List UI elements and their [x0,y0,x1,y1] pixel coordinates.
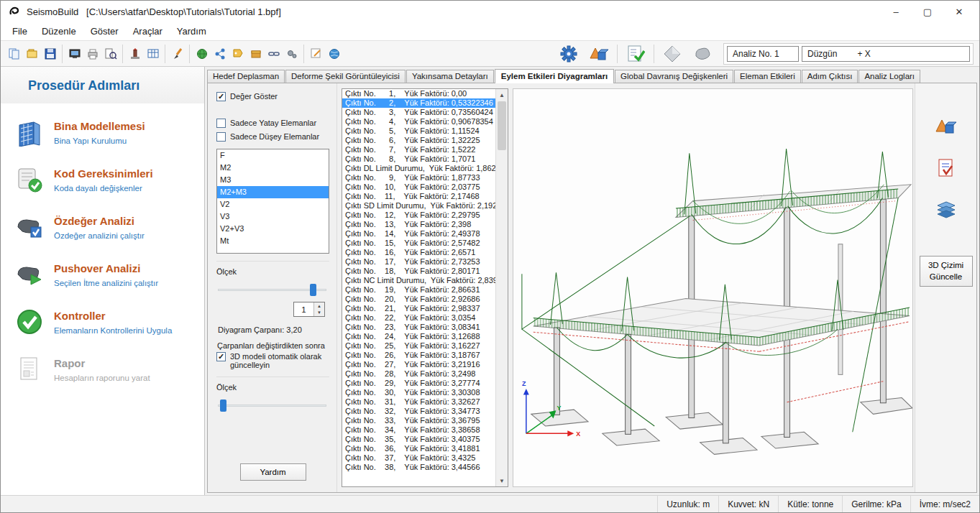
tab-7[interactable]: Analiz Logları [858,70,920,83]
tab-4[interactable]: Global Davranış Değişkenleri [615,70,733,83]
list-item[interactable]: Çıktı No. 22, Yük Faktörü: 3,0354 [342,313,495,323]
sidebar-item-building-modelling[interactable]: Bina ModellemesiBina Yapı Kurulumu [1,111,204,154]
globe-green-icon[interactable] [193,45,211,63]
diagram-type-option[interactable]: V3 [217,211,329,223]
sidebar-item-checks[interactable]: KontrollerElemanların Kontrollerini Uygu… [1,300,204,343]
close-button[interactable]: ✕ [943,1,975,22]
list-item[interactable]: Çıktı No. 4, Yük Faktörü: 0,90678354 [342,117,495,126]
table-icon[interactable] [144,45,162,63]
tab-3[interactable]: Eylem Etkileri Diyagramları [495,69,614,83]
model-3d-icon[interactable] [931,112,961,141]
list-item[interactable]: Çıktı No. 18, Yük Faktörü: 2,80171 [342,267,495,276]
list-item[interactable]: Çıktı No. 17, Yük Faktörü: 2,73253 [342,257,495,267]
stepper-up-icon[interactable]: ▲ [314,302,324,310]
list-item[interactable]: Çıktı No. 35, Yük Faktörü: 3,40375 [342,435,495,444]
scroll-thumb[interactable] [498,101,506,150]
list-item[interactable]: Çıktı No. 32, Yük Faktörü: 3,34773 [342,407,495,416]
diagram-type-option[interactable]: F [217,149,329,162]
list-item[interactable]: Çıktı No. 16, Yük Faktörü: 2,6571 [342,248,495,257]
list-item[interactable]: Çıktı No. 1, Yük Faktörü: 0,00 [342,89,495,98]
list-item[interactable]: Çıktı No. 25, Yük Faktörü: 3,16227 [342,341,495,351]
building-tool-icon[interactable] [126,45,144,63]
list-item[interactable]: Çıktı No. 20, Yük Faktörü: 2,92686 [342,295,495,304]
tab-6[interactable]: Adım Çıktısı [802,70,858,83]
diagram-type-option[interactable]: V2 [217,198,329,211]
load-pattern-selector[interactable]: Düzgün + X [802,46,970,62]
list-item[interactable]: Çıktı No. 6, Yük Faktörü: 1,32225 [342,136,495,145]
stepper-down-icon[interactable]: ▼ [314,310,324,317]
tag-icon[interactable] [229,45,247,63]
only-vertical-checkbox[interactable]: ✓ [216,132,226,142]
list-item[interactable]: Çıktı No. 34, Yük Faktörü: 3,38658 [342,425,495,435]
diagram-type-option[interactable]: M2+M3 [217,186,329,198]
layers-icon[interactable] [931,195,961,224]
diagram-type-option[interactable]: M2 [217,162,329,174]
brush-icon[interactable] [168,45,186,63]
print-preview-icon[interactable] [101,45,119,63]
diagram-type-list[interactable]: FM2M3M2+M3V2V3V2+V3Mt [216,149,329,254]
minimize-button[interactable]: – [880,1,912,22]
scroll-up-icon[interactable]: ▲ [496,89,508,101]
list-item[interactable]: Çıktı No. 24, Yük Faktörü: 3,12688 [342,332,495,341]
report-view-icon[interactable] [65,45,83,63]
auto-update-checkbox[interactable]: ✓ [216,352,226,361]
tab-1[interactable]: Deforme Şekil Görüntüleyicisi [285,70,406,83]
file-open-icon[interactable] [23,45,41,63]
show-values-checkbox[interactable]: ✓ [216,92,226,101]
list-item[interactable]: Çıktı No. 3, Yük Faktörü: 0,73560424 [342,108,495,117]
share-icon[interactable] [211,45,229,63]
deformation-scale-slider[interactable] [218,399,326,412]
link-icon[interactable] [265,45,283,63]
sidebar-item-pushover-analysis[interactable]: Pushover AnaliziSeçilen İtme analizini ç… [1,253,204,296]
edit-icon[interactable] [307,45,325,63]
list-item[interactable]: Çıktı No. 11, Yük Faktörü: 2,17468 [342,192,495,201]
globe-icon[interactable] [325,45,343,63]
menu-item-0[interactable]: File [5,24,35,39]
save-icon[interactable] [41,45,59,63]
list-item[interactable]: Çıktı No. 19, Yük Faktörü: 2,86631 [342,285,495,295]
sidebar-item-code-requirements[interactable]: Kod GereksinimleriKoda dayalı değişkenle… [1,158,204,201]
list-item[interactable]: Çıktı No. 5, Yük Faktörü: 1,11524 [342,126,495,136]
list-item[interactable]: Çıktı No. 8, Yük Faktörü: 1,7071 [342,154,495,164]
gears-icon[interactable] [283,45,301,63]
file-new-icon[interactable] [5,45,23,63]
model-3d-icon[interactable] [584,42,614,65]
slider-thumb[interactable] [310,284,316,296]
list-item[interactable]: Çıktı No. 13, Yük Faktörü: 2,398 [342,220,495,229]
settings-gear-icon[interactable] [554,42,584,65]
list-item[interactable]: Çıktı No. 9, Yük Faktörü: 1,87733 [342,173,495,182]
tab-5[interactable]: Eleman Etkileri [734,70,801,83]
list-item[interactable]: Çıktı SD Limit Durumu, Yük Faktörü: 2,19… [342,201,495,211]
diagram-type-option[interactable]: Mt [217,235,329,247]
menu-item-2[interactable]: Göster [83,24,126,39]
list-item[interactable]: Çıktı No. 21, Yük Faktörü: 2,98337 [342,304,495,313]
checks-doc-icon[interactable] [931,154,961,182]
list-item[interactable]: Çıktı No. 14, Yük Faktörü: 2,49378 [342,229,495,239]
list-item[interactable]: Çıktı No. 7, Yük Faktörü: 1,5222 [342,145,495,154]
model-3d-viewport[interactable]: Z Y X [513,88,913,487]
scroll-track[interactable] [496,101,508,475]
list-item[interactable]: Çıktı No. 28, Yük Faktörü: 3,2498 [342,369,495,379]
list-item[interactable]: Çıktı No. 38, Yük Faktörü: 3,44566 [342,463,495,472]
scroll-down-icon[interactable]: ▼ [496,475,508,486]
list-item[interactable]: Çıktı No. 30, Yük Faktörü: 3,30308 [342,388,495,397]
diagram-scale-slider[interactable] [218,283,326,296]
list-item[interactable]: Çıktı No. 36, Yük Faktörü: 3,41881 [342,444,495,453]
tab-0[interactable]: Hedef Deplasman [207,70,285,83]
scale-stepper[interactable]: 1 ▲ ▼ [293,302,325,317]
list-item[interactable]: Çıktı NC Limit Durumu, Yük Faktörü: 2,83… [342,276,495,285]
analysis-selector[interactable]: Analiz No. 1 [727,46,799,62]
tab-2[interactable]: Yakınsama Detayları [406,70,494,83]
diamond-icon[interactable] [657,42,687,65]
list-item[interactable]: Çıktı No. 29, Yük Faktörü: 3,27774 [342,379,495,388]
list-item[interactable]: Çıktı No. 31, Yük Faktörü: 3,32627 [342,397,495,407]
help-button[interactable]: Yardım [240,463,306,481]
list-item[interactable]: Çıktı No. 15, Yük Faktörü: 2,57482 [342,239,495,248]
diagram-type-option[interactable]: M3 [217,174,329,186]
output-list[interactable]: Çıktı No. 1, Yük Faktörü: 0,00Çıktı No. … [342,88,508,487]
menu-item-3[interactable]: Araçlar [126,24,170,39]
menu-item-4[interactable]: Yardım [170,24,214,39]
checklist-icon[interactable] [620,42,651,65]
menu-item-1[interactable]: Düzenle [35,24,83,39]
mesh-blob-icon[interactable] [687,42,718,65]
